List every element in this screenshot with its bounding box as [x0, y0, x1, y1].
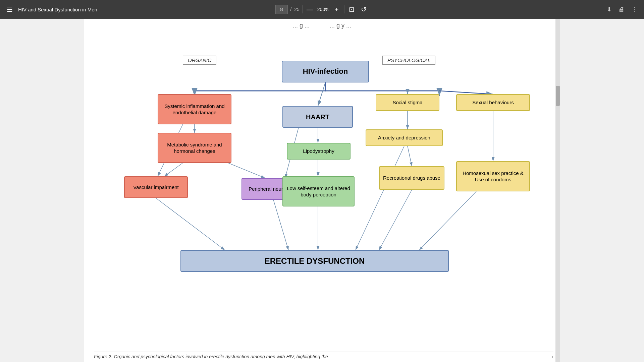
rotate-button[interactable]: ↺	[359, 5, 369, 14]
zoom-out-button[interactable]: —	[305, 5, 315, 14]
document-title: HIV and Sexual Dysfunction in Men	[18, 7, 97, 12]
scrollbar-thumb[interactable]	[556, 86, 560, 106]
svg-line-3	[439, 91, 493, 94]
sexual-behaviours-node: Sexual behaviours	[456, 94, 530, 111]
zoom-in-button[interactable]: +	[332, 5, 341, 14]
fit-page-button[interactable]: ⊡	[347, 5, 357, 14]
page-separator: /	[290, 7, 291, 12]
psychological-label: PSYCHOLOGICAL	[382, 56, 435, 65]
print-button[interactable]: 🖨	[619, 6, 625, 13]
diagram-container: ORGANIC PSYCHOLOGICAL HIV-infection HAAR…	[124, 47, 510, 289]
organic-label: ORGANIC	[183, 56, 216, 65]
homosexual-sex-practice-node: Homosexual sex practice & Use of condoms	[456, 161, 530, 191]
toolbar-center: / 25 — 200% + ⊡ ↺	[275, 5, 368, 14]
svg-line-6	[164, 163, 183, 176]
svg-line-13	[408, 146, 412, 166]
anxiety-depression-node: Anxiety and depression	[366, 129, 443, 146]
social-stigma-node: Social stigma	[376, 94, 439, 111]
lipodystrophy-node: Lipodystrophy	[287, 143, 351, 160]
vascular-impairment-node: Vascular impairment	[124, 176, 188, 198]
toolbar-right: ⬇ 🖨 ⋮	[607, 6, 637, 13]
page-input[interactable]	[275, 5, 287, 14]
systemic-inflammation-node: Systemic inflammation and endothelial da…	[158, 94, 231, 124]
menu-icon[interactable]: ☰	[7, 5, 13, 13]
svg-line-19	[419, 191, 476, 250]
svg-line-15	[156, 198, 225, 250]
metabolic-syndrome-node: Metabolic syndrome and hormonal changes	[158, 133, 231, 163]
hiv-infection-node: HIV-infection	[282, 61, 369, 82]
bottom-right-nav: ›	[552, 354, 553, 359]
svg-line-16	[273, 200, 288, 250]
content-area: ... g ... ... g y ...	[0, 19, 644, 362]
divider2	[344, 5, 344, 13]
download-button[interactable]: ⬇	[607, 6, 612, 13]
scrollbar[interactable]	[555, 19, 560, 362]
zoom-level: 200%	[317, 7, 329, 12]
svg-line-18	[379, 190, 412, 250]
figure-caption: Figure 2. Organic and psychological fact…	[94, 352, 553, 359]
svg-line-20	[356, 146, 404, 250]
top-partial-text: ... g ... ... g y ...	[293, 22, 351, 29]
page-total: 25	[294, 7, 300, 12]
svg-line-1	[318, 82, 325, 106]
haart-node: HAART	[282, 106, 353, 128]
document-page: ... g ... ... g y ...	[84, 19, 560, 362]
erectile-dysfunction-node: ERECTILE DYSFUNCTION	[180, 250, 449, 272]
svg-line-7	[228, 163, 265, 178]
recreational-drugs-node: Recreational drugs abuse	[379, 166, 444, 190]
divider	[302, 5, 303, 13]
more-options-button[interactable]: ⋮	[631, 6, 637, 13]
low-self-esteem-node: Low self-esteem and altered body percept…	[282, 176, 355, 206]
toolbar: ☰ HIV and Sexual Dysfunction in Men / 25…	[0, 0, 644, 19]
